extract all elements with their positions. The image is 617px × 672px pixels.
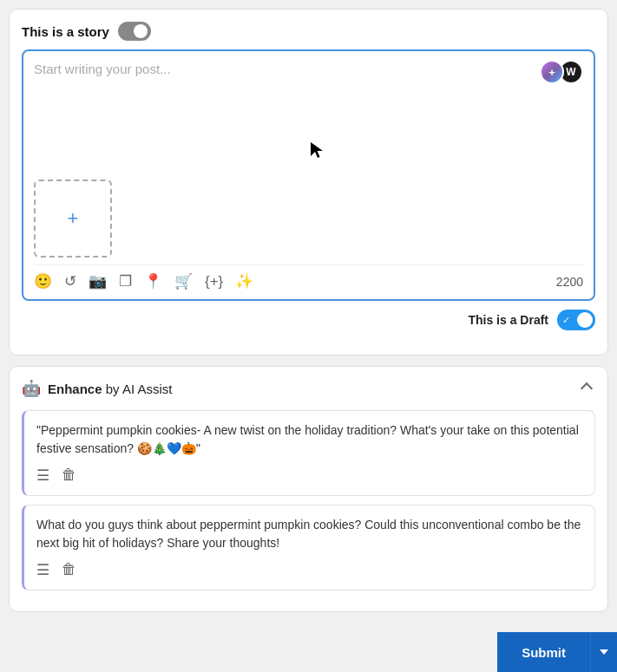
draft-toggle[interactable]: ✓	[557, 310, 595, 330]
draft-toggle-check: ✓	[562, 315, 570, 326]
draft-label: This is a Draft	[468, 313, 548, 327]
enhance-title: Enhance by AI Assist	[48, 382, 172, 396]
suggestion-card-2: What do you guys think about peppermint …	[22, 505, 595, 590]
cursor-icon	[309, 140, 326, 161]
suggestion-actions-2: ☰ 🗑	[36, 561, 582, 579]
code-plus-icon[interactable]: {+}	[205, 273, 223, 290]
enhance-header: 🤖 Enhance by AI Assist	[22, 379, 595, 398]
enhance-card: 🤖 Enhance by AI Assist "Peppermint pumpk…	[9, 366, 608, 612]
suggestion-text-1: "Peppermint pumpkin cookies- A new twist…	[36, 421, 582, 458]
location-icon[interactable]: 📍	[144, 272, 162, 290]
char-count: 2200	[556, 275, 583, 289]
enhance-icon: 🤖	[22, 379, 41, 398]
suggestion-card-1: "Peppermint pumpkin cookies- A new twist…	[22, 410, 595, 496]
enhance-title-group: 🤖 Enhance by AI Assist	[22, 379, 172, 398]
dropdown-chevron-icon	[600, 649, 608, 655]
avatar-purple: +	[540, 60, 564, 84]
post-editor[interactable]: Start writing your post... + W + 🙂	[22, 49, 595, 301]
editor-toolbar: 🙂 ↺ 📷 ❐ 📍 🛒 {+} ✨ 2200	[34, 264, 583, 290]
plus-icon: +	[68, 207, 79, 230]
copy-icon[interactable]: ❐	[119, 272, 132, 290]
use-suggestion-icon-1[interactable]: ☰	[36, 466, 49, 485]
story-toggle[interactable]	[118, 22, 151, 41]
draft-row: This is a Draft ✓	[22, 310, 595, 330]
submit-button[interactable]: Submit	[497, 632, 590, 672]
toolbar-icons: 🙂 ↺ 📷 ❐ 📍 🛒 {+} ✨	[34, 272, 556, 290]
avatar-black-letter: W	[566, 66, 575, 78]
editor-top: Start writing your post... + W	[34, 60, 583, 129]
refresh-icon[interactable]: ↺	[64, 272, 76, 290]
editor-placeholder: Start writing your post...	[34, 60, 540, 76]
use-suggestion-icon-2[interactable]: ☰	[36, 561, 49, 579]
submit-dropdown-button[interactable]	[590, 632, 617, 672]
story-label: This is a story	[22, 24, 109, 39]
avatar-purple-letter: +	[548, 66, 555, 79]
submit-bar: Submit	[0, 632, 617, 672]
delete-suggestion-icon-2[interactable]: 🗑	[62, 561, 76, 579]
suggestion-actions-1: ☰ 🗑	[36, 466, 582, 485]
story-row: This is a story	[22, 22, 595, 41]
suggestion-text-2: What do you guys think about peppermint …	[36, 516, 582, 552]
delete-suggestion-icon-1[interactable]: 🗑	[62, 466, 76, 485]
enhance-rest: by AI Assist	[102, 382, 173, 396]
image-upload-box[interactable]: +	[34, 179, 112, 258]
camera-icon[interactable]: 📷	[89, 272, 107, 290]
collapse-icon[interactable]	[578, 380, 595, 397]
emoji-icon[interactable]: 🙂	[34, 272, 52, 290]
submit-btn-group: Submit	[497, 632, 617, 672]
cart-icon[interactable]: 🛒	[174, 272, 193, 290]
star-icon[interactable]: ✨	[235, 272, 253, 290]
enhance-bold: Enhance	[48, 382, 102, 396]
avatar-group: + W	[540, 60, 583, 84]
main-card: This is a story Start writing your post.…	[9, 9, 608, 356]
cursor-area	[34, 129, 583, 173]
